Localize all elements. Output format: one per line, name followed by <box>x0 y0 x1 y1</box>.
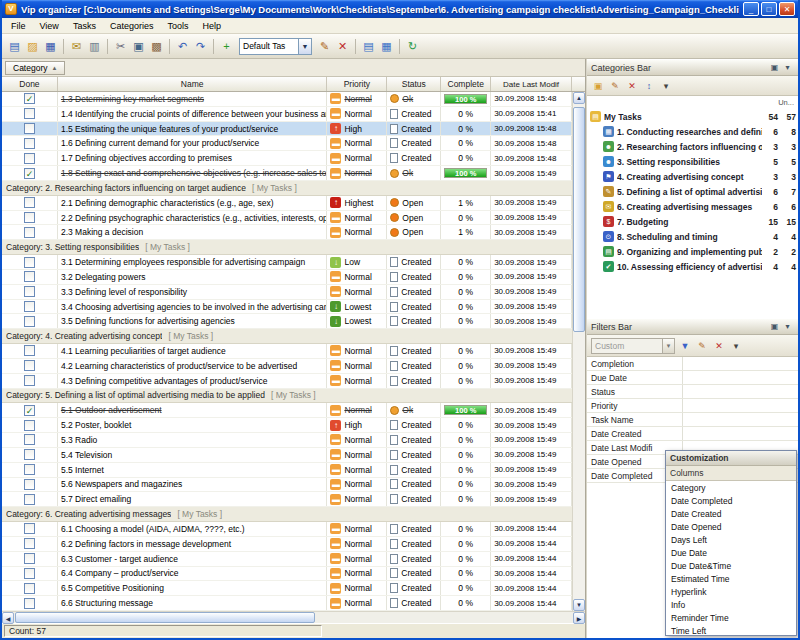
done-checkbox[interactable]: ✓ <box>24 405 35 416</box>
clear-filter-icon[interactable]: ✕ <box>712 339 726 353</box>
done-checkbox[interactable] <box>24 257 35 268</box>
tree-item[interactable]: $7. Budgeting1515 <box>587 214 798 229</box>
edit-filter-icon[interactable]: ✎ <box>695 339 709 353</box>
task-row[interactable]: 3.2 Delegating powers▬NormalCreated0 %30… <box>2 270 572 285</box>
filter-field-value[interactable] <box>683 385 798 398</box>
filter-field-value[interactable] <box>683 357 798 370</box>
done-checkbox[interactable] <box>24 434 35 445</box>
done-checkbox[interactable] <box>24 301 35 312</box>
column-header-name[interactable]: Name <box>58 77 328 91</box>
task-row[interactable]: 5.6 Newspapers and magazines▬NormalCreat… <box>2 478 572 493</box>
done-checkbox[interactable] <box>24 227 35 238</box>
edit-task-icon[interactable]: ✎ <box>316 38 333 55</box>
menu-tools[interactable]: Tools <box>160 20 195 32</box>
tree-root-my-tasks[interactable]: ▤My Tasks5457 <box>587 109 798 124</box>
task-row[interactable]: 3.4 Choosing advertising agencies to be … <box>2 300 572 315</box>
delete-category-icon[interactable]: ✕ <box>625 79 639 93</box>
filter-field-value[interactable] <box>683 413 798 426</box>
print-icon[interactable]: ▥ <box>86 38 103 55</box>
done-checkbox[interactable] <box>24 479 35 490</box>
done-checkbox[interactable] <box>24 420 35 431</box>
task-row[interactable]: 6.2 Defining factors in message developm… <box>2 537 572 552</box>
horizontal-scroll-thumb[interactable] <box>15 612 315 623</box>
done-checkbox[interactable] <box>24 286 35 297</box>
scroll-right-icon[interactable]: ▶ <box>573 612 585 624</box>
done-checkbox[interactable] <box>24 271 35 282</box>
task-row[interactable]: 1.6 Defining current demand for your pro… <box>2 136 572 151</box>
task-row[interactable]: 1.4 Identifying the crucial points of di… <box>2 107 572 122</box>
group-row[interactable]: Category: 2. Researching factors influen… <box>2 181 572 196</box>
done-checkbox[interactable] <box>24 375 35 386</box>
menu-view[interactable]: View <box>33 20 66 32</box>
tree-item[interactable]: ✉6. Creating advertising messages66 <box>587 199 798 214</box>
customization-item[interactable]: Info <box>666 598 796 611</box>
task-row[interactable]: 5.3 Radio▬NormalCreated0 %30.09.2008 15:… <box>2 433 572 448</box>
task-row[interactable]: 6.3 Customer - target audience▬NormalCre… <box>2 552 572 567</box>
tree-item[interactable]: ✎5. Defining a list of optimal advertisi… <box>587 184 798 199</box>
column-header-complete[interactable]: Complete <box>441 77 491 91</box>
save-icon[interactable]: ▦ <box>42 38 59 55</box>
customization-item[interactable]: Category <box>666 481 796 494</box>
customization-item[interactable]: Due Date&Time <box>666 559 796 572</box>
task-row[interactable]: 2.3 Making a decision▬NormalOpen1 %30.09… <box>2 225 572 240</box>
task-row[interactable]: 3.5 Defining functions for advertising a… <box>2 314 572 329</box>
horizontal-scrollbar[interactable]: ◀ ▶ <box>2 611 585 623</box>
customization-item[interactable]: Estimated Time <box>666 572 796 585</box>
maximize-button[interactable]: □ <box>761 2 777 16</box>
tree-item[interactable]: ✔10. Assessing efficiency of advertising… <box>587 259 798 274</box>
group-row[interactable]: Category: 3. Setting responsibilities[ M… <box>2 240 572 255</box>
done-checkbox[interactable] <box>24 449 35 460</box>
task-row[interactable]: 5.2 Poster, booklet↑HighCreated0 %30.09.… <box>2 418 572 433</box>
task-list-view-icon[interactable]: ▤ <box>360 38 377 55</box>
scroll-down-icon[interactable]: ▼ <box>573 599 585 611</box>
minimize-button[interactable]: _ <box>743 2 759 16</box>
customization-item[interactable]: Date Opened <box>666 520 796 533</box>
task-template-combo[interactable]: Default Tas ▼ <box>239 38 312 55</box>
filter-field-value[interactable] <box>683 399 798 412</box>
column-header-priority[interactable]: Priority <box>327 77 387 91</box>
filter-field-row[interactable]: Date Created <box>587 427 798 441</box>
task-row[interactable]: 1.5 Estimating the unique features of yo… <box>2 122 572 137</box>
task-row[interactable]: 4.2 Learning characteristics of product/… <box>2 359 572 374</box>
sync-icon[interactable]: ↻ <box>404 38 421 55</box>
paste-icon[interactable]: ▩ <box>148 38 165 55</box>
tree-item[interactable]: ▤9. Organizing and implementing publici2… <box>587 244 798 259</box>
task-row[interactable]: 5.7 Direct emailing▬NormalCreated0 %30.0… <box>2 492 572 507</box>
group-row[interactable]: Category: 6. Creating advertising messag… <box>2 507 572 522</box>
customization-item[interactable]: Days Left <box>666 533 796 546</box>
add-task-icon[interactable]: + <box>218 38 235 55</box>
customization-item[interactable]: Date Created <box>666 507 796 520</box>
done-checkbox[interactable] <box>24 598 35 609</box>
edit-category-icon[interactable]: ✎ <box>608 79 622 93</box>
done-checkbox[interactable]: ✓ <box>24 168 35 179</box>
task-row[interactable]: 6.1 Choosing a model (AIDA, AIDMA, ????,… <box>2 522 572 537</box>
tree-item[interactable]: ⚑4. Creating advertising concept33 <box>587 169 798 184</box>
task-row[interactable]: 2.2 Defining psychographic characteristi… <box>2 211 572 226</box>
task-row[interactable]: ✓5.1 Outdoor advertisement▬NormalOk100 %… <box>2 403 572 418</box>
menu-file[interactable]: File <box>4 20 33 32</box>
done-checkbox[interactable] <box>24 464 35 475</box>
menu-help[interactable]: Help <box>195 20 228 32</box>
done-checkbox[interactable]: ✓ <box>24 93 35 104</box>
delete-task-icon[interactable]: ✕ <box>334 38 351 55</box>
filter-field-value[interactable] <box>683 427 798 440</box>
task-row[interactable]: 5.5 Internet▬NormalCreated0 %30.09.2008 … <box>2 463 572 478</box>
done-checkbox[interactable] <box>24 360 35 371</box>
task-row[interactable]: 1.7 Defining objectives according to pre… <box>2 151 572 166</box>
filter-field-row[interactable]: Status <box>587 385 798 399</box>
filters-menu-icon[interactable]: ▾ <box>729 339 743 353</box>
task-row[interactable]: 3.1 Determining employees responsible fo… <box>2 255 572 270</box>
group-row[interactable]: Category: 5. Defining a list of optimal … <box>2 389 572 404</box>
column-header-done[interactable]: Done <box>2 77 58 91</box>
customization-item[interactable]: Time Left <box>666 624 796 635</box>
group-by-button[interactable]: Category ▲ <box>5 61 65 75</box>
task-row[interactable]: ✓1.3 Determining key market segments▬Nor… <box>2 92 572 107</box>
tree-item[interactable]: ⊙8. Scheduling and timing44 <box>587 229 798 244</box>
task-row[interactable]: ✓1.8 Setting exact and comprehensive obj… <box>2 166 572 181</box>
task-row[interactable]: 5.4 Television▬NormalCreated0 %30.09.200… <box>2 448 572 463</box>
vertical-scrollbar[interactable]: ▲ ▼ <box>572 92 585 611</box>
panel-dock-icon[interactable]: ▣ <box>768 320 781 333</box>
task-row[interactable]: 6.4 Company – product/service▬NormalCrea… <box>2 567 572 582</box>
menu-tasks[interactable]: Tasks <box>66 20 103 32</box>
done-checkbox[interactable] <box>24 568 35 579</box>
